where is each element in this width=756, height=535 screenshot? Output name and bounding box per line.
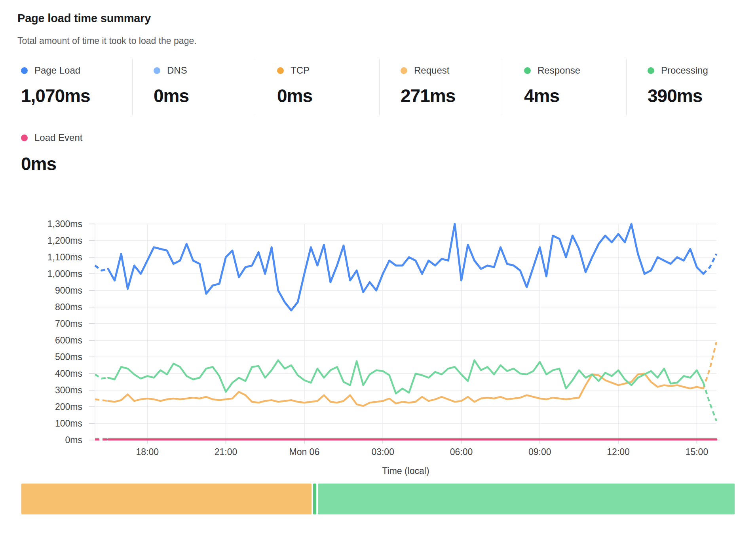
metric-value: 390ms [648,85,750,106]
series-line-page-load-dashed [95,266,108,271]
load-event-dot-icon [21,135,28,141]
series-line-page-load [108,224,703,310]
metric-value: 271ms [401,85,503,106]
y-axis-label: 100ms [55,418,82,429]
metric-value: 0ms [154,85,256,106]
series-line-processing-dashed [95,374,108,379]
y-axis-label: 800ms [55,302,82,312]
y-axis-label: 0ms [65,435,82,445]
metric-label: TCP [291,65,310,76]
x-axis-label: Mon 06 [289,447,319,457]
metric-value: 4ms [524,85,626,106]
series-line-processing [108,360,703,393]
response-dot-icon [524,67,531,74]
y-axis-label: 1,100ms [47,252,82,262]
y-axis-label: 500ms [55,352,82,362]
status-bar-segment-degraded[interactable] [21,484,312,514]
y-axis-label: 1,300ms [47,219,82,229]
page-subtitle: Total amount of time it took to load the… [17,36,197,46]
x-axis-label: 06:00 [450,447,473,457]
status-timeline-bar[interactable] [21,484,735,514]
y-axis-label: 200ms [55,402,82,412]
metric-tcp: TCP 0ms [256,59,379,115]
metric-value: 0ms [21,153,82,175]
status-bar-segment-passing[interactable] [318,484,734,514]
x-axis-label: 03:00 [371,447,394,457]
x-axis-label: 12:00 [607,447,630,457]
metric-page-load: Page Load 1,070ms [17,59,132,115]
metric-label: Processing [661,65,708,76]
chart-canvas[interactable]: 0ms100ms200ms300ms400ms500ms600ms700ms80… [0,174,756,483]
timeseries-chart[interactable]: 0ms100ms200ms300ms400ms500ms600ms700ms80… [0,174,756,483]
metric-request: Request 271ms [379,59,503,115]
x-axis-label: 21:00 [215,447,237,457]
x-axis-label: 15:00 [686,447,709,457]
series-line-page-load-dashed [703,254,716,274]
x-axis-title: Time (local) [382,466,429,476]
y-axis-label: 700ms [55,319,82,329]
metric-label: Load Event [34,132,82,143]
page-title: Page load time summary [17,12,151,25]
y-axis-label: 600ms [55,335,82,345]
y-axis-label: 1,000ms [47,269,82,279]
page-load-summary-panel: Page load time summary Total amount of t… [0,0,756,535]
request-dot-icon [401,67,407,74]
metric-load-event: Load Event 0ms [17,133,82,175]
series-line-request-dashed [95,399,108,401]
tcp-dot-icon [277,67,284,74]
y-axis-label: 300ms [55,385,82,395]
dns-dot-icon [154,67,160,74]
processing-dot-icon [648,67,654,74]
metric-value: 0ms [277,85,379,106]
x-axis-label: 09:00 [528,447,551,457]
y-axis-label: 900ms [55,285,82,296]
x-axis-label: 18:00 [136,447,159,457]
status-bar-segment-passing-sliver[interactable] [313,484,316,514]
y-axis-label: 400ms [55,368,82,379]
metric-dns: DNS 0ms [132,59,256,115]
metric-label: Page Load [34,65,80,76]
metric-processing: Processing 390ms [626,59,750,115]
metric-response: Response 4ms [503,59,626,115]
metric-value: 1,070ms [21,85,132,106]
y-axis-label: 1,200ms [47,235,82,246]
series-line-processing-dashed [703,383,716,421]
metric-label: DNS [167,65,187,76]
metrics-summary-row: Page Load 1,070ms DNS 0ms TCP 0ms Reques… [17,59,750,115]
metric-label: Request [414,65,449,76]
series-line-request-dashed [703,342,716,389]
metric-label: Response [538,65,580,76]
page-load-dot-icon [21,67,28,74]
